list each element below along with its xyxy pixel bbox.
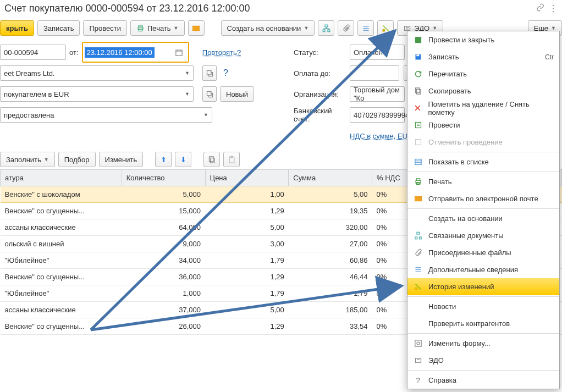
- svg-rect-29: [415, 88, 420, 93]
- menu-copy[interactable]: Скопировать: [407, 82, 559, 100]
- contract-select[interactable]: покупателем в EUR▼: [0, 86, 194, 102]
- attach-icon[interactable]: [338, 20, 354, 36]
- cell-sum: 60,86: [289, 252, 372, 269]
- menu-show-list[interactable]: Показать в списке: [407, 153, 559, 170]
- cell-nom: "Юбилейное": [1, 285, 122, 302]
- svg-rect-26: [415, 37, 421, 43]
- cell-qty: 1,000: [122, 285, 205, 302]
- cell-qty: 34,000: [122, 252, 205, 269]
- menu-history[interactable]: История изменений: [407, 278, 559, 295]
- date-input-wrapper: 23.12.2016 12:00:00: [82, 42, 189, 63]
- col-sum[interactable]: Сумма: [289, 170, 372, 186]
- bank-select[interactable]: 40702978399994: [350, 107, 405, 123]
- menu-edo[interactable]: ЭДО: [407, 352, 559, 369]
- col-price[interactable]: Цена: [205, 170, 289, 186]
- payment-due-input[interactable]: [350, 65, 399, 81]
- svg-point-49: [415, 288, 417, 290]
- down-icon[interactable]: ⬇: [175, 152, 191, 167]
- change-button[interactable]: Изменить: [99, 152, 144, 167]
- menu-create-based[interactable]: Создать на основании: [407, 210, 559, 227]
- svg-rect-50: [415, 340, 421, 346]
- svg-rect-21: [207, 91, 211, 96]
- menu-related[interactable]: Связанные документы: [407, 227, 559, 244]
- svg-rect-27: [416, 54, 419, 56]
- svg-rect-45: [419, 237, 421, 239]
- date-value[interactable]: 23.12.2016 12:00:00: [85, 47, 155, 58]
- svg-rect-43: [417, 232, 420, 234]
- cell-sum: 1,79: [289, 285, 372, 302]
- cell-nom: Венские" со сгущенны...: [1, 269, 122, 285]
- copy-rows-icon[interactable]: [203, 152, 220, 167]
- svg-rect-52: [415, 358, 421, 363]
- discount-select[interactable]: предоставлена▼: [0, 107, 212, 123]
- col-qty[interactable]: Количество: [122, 170, 205, 186]
- structure-icon[interactable]: [318, 20, 334, 36]
- create-based-button[interactable]: Создать на основании ▼: [221, 20, 315, 36]
- repeat-link[interactable]: Повторять?: [202, 48, 241, 57]
- email-button[interactable]: [188, 20, 205, 36]
- cell-nom: Венские" с шоколадом: [1, 186, 122, 203]
- cell-qty: 36,000: [122, 269, 205, 285]
- menu-help[interactable]: ? Справка: [407, 372, 559, 389]
- menu-reread[interactable]: Перечитать: [407, 65, 559, 82]
- write-button[interactable]: Записать: [37, 20, 80, 36]
- vat-link[interactable]: НДС в сумме, EU: [350, 132, 407, 140]
- svg-rect-1: [139, 25, 142, 26]
- cell-nom: ассаны классические: [1, 219, 122, 236]
- cell-sum: 185,00: [289, 302, 372, 318]
- svg-rect-36: [415, 159, 421, 165]
- from-label: от:: [69, 48, 79, 57]
- status-label: Статус:: [294, 48, 345, 57]
- cell-sum: 27,00: [289, 236, 372, 252]
- open-icon[interactable]: [202, 65, 217, 81]
- link-icon[interactable]: [536, 3, 544, 13]
- open2-icon[interactable]: [202, 86, 217, 102]
- col-nomenclature[interactable]: атура: [1, 170, 122, 186]
- menu-check[interactable]: Проверить контрагентов: [407, 315, 559, 332]
- menu-post[interactable]: Провести: [407, 117, 559, 134]
- select-button[interactable]: Подбор: [58, 152, 96, 167]
- close-button[interactable]: крыть: [0, 20, 34, 36]
- svg-point-51: [417, 342, 420, 345]
- number-input[interactable]: 00-000594: [0, 45, 66, 60]
- svg-rect-18: [207, 70, 211, 75]
- post-button[interactable]: Провести: [83, 20, 127, 36]
- cell-sum: 5,00: [289, 186, 372, 203]
- up-icon[interactable]: ⬆: [155, 152, 172, 167]
- menu-news[interactable]: Новости: [407, 298, 559, 315]
- menu-email[interactable]: Отправить по электронной почте: [407, 190, 559, 207]
- menu-print[interactable]: Печать: [407, 173, 559, 190]
- history-icon[interactable]: [377, 20, 394, 36]
- contractor-select[interactable]: eet Dreams Ltd.▼: [0, 65, 194, 81]
- calendar-icon[interactable]: [172, 45, 186, 60]
- more-vert-icon[interactable]: ⋮: [549, 3, 558, 14]
- menu-additional[interactable]: Дополнительные сведения: [407, 261, 559, 278]
- cell-qty: 9,000: [122, 236, 205, 252]
- svg-rect-35: [415, 140, 421, 145]
- menu-write[interactable]: ЗаписатьCtr: [407, 48, 559, 65]
- paste-rows-icon[interactable]: [223, 152, 240, 167]
- cell-nom: Венские" со сгущенны...: [1, 318, 122, 335]
- cell-nom: ольский с вишней: [1, 236, 122, 252]
- list-icon[interactable]: [357, 20, 374, 36]
- status-select[interactable]: Оплачен: [350, 45, 405, 60]
- cell-qty: 5,000: [122, 186, 205, 203]
- svg-rect-22: [210, 158, 214, 163]
- fill-button[interactable]: Заполнить ▼: [0, 152, 55, 167]
- help-icon[interactable]: ?: [220, 68, 228, 78]
- svg-point-10: [383, 29, 385, 31]
- cell-qty: 26,000: [122, 318, 205, 335]
- svg-rect-23: [209, 156, 213, 161]
- more-menu: Провести и закрыть ЗаписатьCtr Перечитат…: [407, 31, 560, 389]
- menu-change-form[interactable]: Изменить форму...: [407, 335, 559, 352]
- menu-mark-delete[interactable]: Пометить на удаление / Снять пометку: [407, 100, 559, 117]
- svg-rect-40: [416, 179, 420, 180]
- cell-price: 1,79: [205, 252, 289, 269]
- new-button[interactable]: Новый: [220, 86, 254, 102]
- menu-attached[interactable]: Присоединенные файлы: [407, 244, 559, 261]
- print-button[interactable]: Печать▼: [130, 20, 185, 36]
- cell-sum: 46,44: [289, 269, 372, 285]
- menu-post-close[interactable]: Провести и закрыть: [407, 31, 559, 48]
- cell-price: 1,79: [205, 285, 289, 302]
- org-select[interactable]: Торговый дом "Ко: [350, 86, 405, 102]
